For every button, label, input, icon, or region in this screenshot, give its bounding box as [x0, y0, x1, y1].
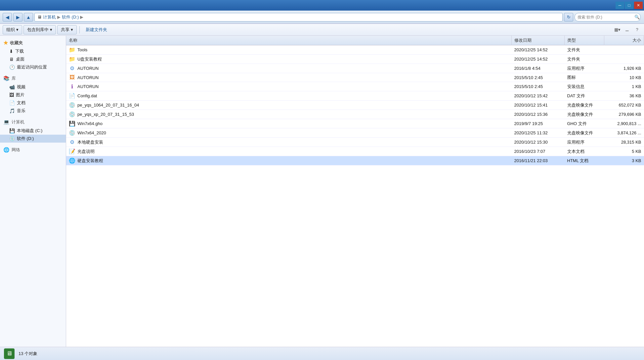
search-input[interactable] [575, 13, 641, 22]
table-row[interactable]: 📁 U盘安装教程 2020/12/25 14:52 文件夹 [66, 55, 644, 64]
file-modified: 2020/12/25 14:52 [512, 45, 565, 55]
file-name-cell[interactable]: 📝 光盘说明 [66, 147, 512, 156]
file-name-cell[interactable]: 📁 Tools [66, 45, 512, 55]
new-folder-button[interactable]: 新建文件夹 [82, 25, 110, 34]
sidebar: ★ 收藏夹 ⬇ 下载 🖥 桌面 🕐 最近访问的位置 📚 库 � [0, 36, 66, 347]
file-modified: 2019/9/7 19:25 [512, 119, 565, 128]
documents-icon: 📄 [9, 100, 15, 106]
sidebar-header-favorites[interactable]: ★ 收藏夹 [0, 38, 66, 47]
file-size [604, 55, 644, 64]
file-name-cell[interactable]: ⚙ 本地硬盘安装 [66, 138, 512, 147]
status-count: 13 个对象 [19, 351, 37, 357]
sidebar-section-library: 📚 库 📹 视频 🖼 图片 📄 文档 🎵 音乐 [0, 74, 66, 115]
file-name-cell[interactable]: 🌐 硬盘安装教程 [66, 156, 512, 165]
table-row[interactable]: ⚙ 本地硬盘安装 2020/10/12 15:30 应用程序 28,315 KB [66, 138, 644, 147]
file-name: AUTORUN [77, 75, 99, 80]
sidebar-item-desktop[interactable]: 🖥 桌面 [0, 55, 66, 63]
file-area[interactable]: 名称 修改日期 类型 大小 📁 Tools 2020/12/25 14:52 文… [66, 36, 644, 347]
file-name-cell[interactable]: 💾 Win7x64.gho [66, 119, 512, 128]
sidebar-item-download[interactable]: ⬇ 下载 [0, 47, 66, 55]
file-name-cell[interactable]: ℹ AUTORUN [66, 82, 512, 91]
sidebar-item-label: 文档 [17, 100, 25, 106]
organize-button[interactable]: 组织 ▾ [3, 25, 22, 34]
table-row[interactable]: 🌐 硬盘安装教程 2016/11/21 22:03 HTML 文档 3 KB [66, 156, 644, 165]
table-row[interactable]: 💿 Win7x64_2020 2020/12/25 11:32 光盘映像文件 3… [66, 128, 644, 138]
file-name: Config.dat [77, 93, 97, 98]
video-icon: 📹 [9, 84, 15, 90]
share-button[interactable]: 共享 ▾ [57, 25, 77, 34]
refresh-button[interactable]: ↻ [564, 13, 573, 22]
file-size: 36 KB [604, 91, 644, 101]
include-library-button[interactable]: 包含到库中 ▾ [23, 25, 56, 34]
file-modified: 2020/10/12 15:30 [512, 138, 565, 147]
sidebar-item-label: 最近访问的位置 [17, 64, 47, 70]
status-bar: 🖥 13 个对象 [0, 347, 644, 360]
close-button[interactable]: ✕ [634, 2, 643, 9]
file-name-cell[interactable]: 💿 pe_yqs_xp_20_07_31_15_53 [66, 110, 512, 119]
sidebar-item-label: 桌面 [16, 56, 24, 62]
file-modified: 2015/5/10 2:45 [512, 82, 565, 91]
file-icon: 💿 [69, 130, 75, 136]
help-button[interactable]: ? [633, 25, 641, 34]
table-row[interactable]: 📝 光盘说明 2016/10/23 7:07 文本文档 5 KB [66, 147, 644, 156]
file-modified: 2020/10/12 15:41 [512, 101, 565, 110]
table-row[interactable]: ⚙ AUTORUN 2016/1/8 4:54 应用程序 1,926 KB [66, 64, 644, 73]
sidebar-item-documents[interactable]: 📄 文档 [0, 99, 66, 107]
minimize-button[interactable]: ─ [616, 2, 624, 9]
column-name[interactable]: 名称 [66, 36, 512, 45]
file-icon: 📁 [69, 56, 75, 62]
path-drive[interactable]: 软件 (D:) [62, 14, 79, 20]
sidebar-item-drive-c[interactable]: 💾 本地磁盘 (C:) [0, 127, 66, 135]
table-row[interactable]: 💿 pe_yqs_1064_20_07_31_16_04 2020/10/12 … [66, 101, 644, 110]
table-row[interactable]: 💿 pe_yqs_xp_20_07_31_15_53 2020/10/12 15… [66, 110, 644, 119]
file-type: 文件夹 [565, 55, 604, 64]
file-name-cell[interactable]: 📄 Config.dat [66, 91, 512, 101]
computer-icon: 💻 [3, 119, 10, 125]
view-toggle-button[interactable]: ▦ ▾ [613, 25, 622, 34]
column-size[interactable]: 大小 [604, 36, 644, 45]
file-icon: 📁 [69, 47, 75, 53]
sidebar-item-pictures[interactable]: 🖼 图片 [0, 91, 66, 99]
forward-button[interactable]: ▶ [13, 13, 22, 22]
search-icon[interactable]: 🔍 [633, 13, 641, 22]
sidebar-header-network[interactable]: 🌐 网络 [0, 145, 66, 155]
file-name-cell[interactable]: 📁 U盘安装教程 [66, 55, 512, 64]
include-dropdown-icon: ▾ [50, 27, 52, 32]
file-name-cell[interactable]: 💿 pe_yqs_1064_20_07_31_16_04 [66, 101, 512, 110]
table-row[interactable]: 🖼 AUTORUN 2015/5/10 2:45 图标 10 KB [66, 73, 644, 82]
recent-icon: 🕐 [9, 65, 15, 70]
table-row[interactable]: 📄 Config.dat 2020/10/12 15:42 DAT 文件 36 … [66, 91, 644, 101]
sidebar-item-recent[interactable]: 🕐 最近访问的位置 [0, 63, 66, 71]
address-path[interactable]: 🖥 计算机 ▶ 软件 (D:) ▶ [34, 13, 563, 22]
column-modified[interactable]: 修改日期 [512, 36, 565, 45]
up-button[interactable]: ▲ [24, 13, 33, 22]
download-icon: ⬇ [9, 49, 13, 54]
file-name-cell[interactable]: ⚙ AUTORUN [66, 64, 512, 73]
computer-label: 计算机 [12, 119, 24, 125]
sidebar-header-library[interactable]: 📚 库 [0, 74, 66, 83]
path-computer[interactable]: 计算机 [43, 14, 56, 20]
sidebar-item-label: 音乐 [17, 108, 25, 114]
back-button[interactable]: ◀ [3, 13, 12, 22]
sidebar-header-computer[interactable]: 💻 计算机 [0, 117, 66, 127]
table-row[interactable]: 💾 Win7x64.gho 2019/9/7 19:25 GHO 文件 2,90… [66, 119, 644, 128]
file-name: 光盘说明 [77, 149, 95, 155]
table-row[interactable]: ℹ AUTORUN 2015/5/10 2:45 安装信息 1 KB [66, 82, 644, 91]
file-name-cell[interactable]: 🖼 AUTORUN [66, 73, 512, 82]
file-name-cell[interactable]: 💿 Win7x64_2020 [66, 128, 512, 138]
sidebar-item-music[interactable]: 🎵 音乐 [0, 107, 66, 115]
organize-dropdown-icon: ▾ [16, 27, 19, 32]
file-size: 279,696 KB [604, 110, 644, 119]
sidebar-item-drive-d[interactable]: 💿 软件 (D:) [0, 135, 66, 143]
status-app-icon: 🖥 [4, 348, 15, 359]
new-folder-label: 新建文件夹 [86, 27, 107, 33]
pictures-icon: 🖼 [9, 92, 14, 98]
sidebar-item-video[interactable]: 📹 视频 [0, 83, 66, 91]
share-label: 共享 [61, 27, 69, 33]
column-type[interactable]: 类型 [565, 36, 604, 45]
details-view-button[interactable]: ⚊ [623, 25, 631, 34]
file-table: 名称 修改日期 类型 大小 📁 Tools 2020/12/25 14:52 文… [66, 36, 644, 165]
table-row[interactable]: 📁 Tools 2020/12/25 14:52 文件夹 [66, 45, 644, 55]
file-name: U盘安装教程 [77, 56, 102, 62]
maximize-button[interactable]: □ [625, 2, 633, 9]
